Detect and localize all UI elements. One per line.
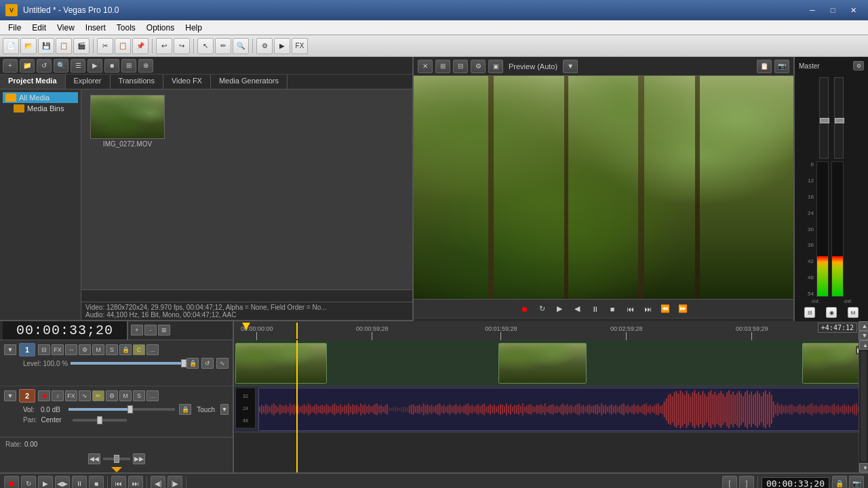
preview-mode-dropdown[interactable]: ▼ bbox=[563, 60, 578, 73]
transport-capture[interactable]: 📷 bbox=[849, 476, 864, 488]
media-item-1[interactable]: IMG_0272.MOV bbox=[87, 95, 168, 148]
track-1-fade[interactable]: ∿ bbox=[216, 358, 229, 369]
fx-button[interactable]: FX bbox=[292, 38, 308, 54]
new-button[interactable]: 📄 bbox=[3, 38, 19, 54]
track-1-level-slider[interactable] bbox=[71, 362, 184, 365]
preview-next-marker-btn[interactable]: ⏩ bbox=[675, 302, 690, 317]
transport-loop[interactable]: ↻ bbox=[21, 476, 36, 488]
track-1-level-lock[interactable]: 🔒 bbox=[186, 358, 199, 369]
track-2-monitor[interactable]: ♪ bbox=[52, 390, 64, 401]
preview-snap-btn[interactable]: 📷 bbox=[774, 60, 789, 73]
master-fader-right[interactable] bbox=[834, 77, 844, 159]
media-auto-btn[interactable]: ⊞ bbox=[121, 59, 136, 73]
tree-media-bins[interactable]: Media Bins bbox=[3, 103, 78, 114]
video-track-1[interactable]: ▶ bbox=[234, 340, 868, 386]
track-2-solo[interactable]: S bbox=[133, 390, 145, 401]
track-2-record[interactable]: ⏺ bbox=[38, 390, 50, 401]
track-1-composite[interactable]: C bbox=[133, 344, 145, 355]
track-2-pan-thumb[interactable] bbox=[97, 416, 102, 424]
menu-file[interactable]: File bbox=[3, 22, 26, 34]
track-2-pan-slider[interactable] bbox=[73, 419, 127, 422]
master-fader-knob-left[interactable] bbox=[820, 118, 829, 123]
transport-go-end[interactable]: ⏭ bbox=[128, 476, 143, 488]
menu-view[interactable]: View bbox=[52, 22, 80, 34]
tab-project-media[interactable]: Project Media bbox=[0, 75, 66, 89]
preview-header-btn-1[interactable]: ✕ bbox=[418, 60, 433, 73]
preview-pause-btn[interactable]: ⏸ bbox=[587, 302, 602, 317]
timeline-zoom-in[interactable]: + bbox=[131, 325, 143, 336]
touch-mode-dropdown[interactable]: ▼ bbox=[220, 404, 229, 415]
track-2-more[interactable]: … bbox=[146, 390, 159, 401]
vu-mono-btn[interactable]: ◉ bbox=[826, 307, 837, 318]
timeline-scroll-up[interactable]: ▲ bbox=[859, 321, 868, 331]
cut-button[interactable]: ✂ bbox=[97, 38, 113, 54]
transport-timecode-lock[interactable]: 🔒 bbox=[832, 476, 847, 488]
maximize-button[interactable]: □ bbox=[823, 3, 842, 17]
master-fader-knob-right[interactable] bbox=[835, 118, 844, 123]
vu-link-btn[interactable]: ⊟ bbox=[804, 307, 815, 318]
preview-play-rev-btn[interactable]: ◀ bbox=[570, 302, 585, 317]
preview-record-btn[interactable]: ⏺ bbox=[517, 302, 532, 317]
render2-button[interactable]: ▶ bbox=[274, 38, 290, 54]
track-1-lock[interactable]: 🔒 bbox=[119, 344, 132, 355]
transport-prev-frame[interactable]: ◀| bbox=[151, 476, 165, 488]
media-play-btn[interactable]: ▶ bbox=[87, 59, 102, 73]
track-2-vol-slider[interactable] bbox=[68, 408, 175, 411]
transport-play-sel[interactable]: ◀▶ bbox=[55, 476, 70, 488]
track-2-settings[interactable]: ⚙ bbox=[106, 390, 118, 401]
track-1-more[interactable]: … bbox=[146, 344, 159, 355]
tab-media-generators[interactable]: Media Generators bbox=[211, 75, 288, 89]
scroll-up-btn[interactable]: ▲ bbox=[859, 340, 868, 350]
track-1-level-reset[interactable]: ↺ bbox=[201, 358, 214, 369]
media-search-btn[interactable]: 🔍 bbox=[54, 59, 68, 73]
preview-fullscreen-btn[interactable]: ▣ bbox=[488, 60, 503, 73]
close-button[interactable]: ✕ bbox=[844, 3, 863, 17]
media-view-btn[interactable]: ☰ bbox=[71, 59, 85, 73]
redo-button[interactable]: ↪ bbox=[174, 38, 190, 54]
menu-insert[interactable]: Insert bbox=[80, 22, 111, 34]
vu-mute-btn[interactable]: M bbox=[848, 307, 859, 318]
tab-transitions[interactable]: Transitions bbox=[111, 75, 163, 89]
preview-loop-btn[interactable]: ↻ bbox=[534, 302, 549, 317]
minimize-button[interactable]: ─ bbox=[803, 3, 822, 17]
tree-all-media[interactable]: All Media bbox=[3, 92, 78, 103]
tab-explorer[interactable]: Explorer bbox=[66, 75, 111, 89]
paste-button[interactable]: 📌 bbox=[132, 38, 149, 54]
media-new-btn[interactable]: + bbox=[3, 59, 18, 73]
edit-tool[interactable]: ✏ bbox=[215, 38, 231, 54]
media-refresh-btn[interactable]: ↺ bbox=[37, 59, 52, 73]
timeline-scroll-down[interactable]: ▼ bbox=[859, 331, 868, 340]
render-button[interactable]: 🎬 bbox=[73, 38, 90, 54]
transport-loop-end[interactable]: ] bbox=[739, 476, 754, 488]
transport-go-start[interactable]: ⏮ bbox=[111, 476, 126, 488]
track-1-mute[interactable]: M bbox=[92, 344, 104, 355]
save-button[interactable]: 💾 bbox=[38, 38, 54, 54]
vertical-scrollbar[interactable]: ▲ ▼ bbox=[859, 340, 868, 472]
speed-rev[interactable]: ◀◀ bbox=[88, 453, 100, 464]
transport-next-frame[interactable]: |▶ bbox=[167, 476, 182, 488]
transport-pause[interactable]: ⏸ bbox=[72, 476, 87, 488]
undo-button[interactable]: ↩ bbox=[156, 38, 172, 54]
track-1-level-thumb[interactable] bbox=[181, 359, 186, 367]
track-2-expand[interactable]: ▼ bbox=[4, 390, 16, 401]
transport-stop[interactable]: ■ bbox=[89, 476, 104, 488]
track-2-envelope[interactable]: ∿ bbox=[79, 390, 91, 401]
scroll-down-btn[interactable]: ▼ bbox=[859, 463, 868, 472]
master-fader-left[interactable] bbox=[819, 77, 829, 159]
track-2-fx[interactable]: FX bbox=[65, 390, 77, 401]
timeline-ruler-area[interactable]: 00:00:00:00 00:00:59;28 00:01:59;28 00:0… bbox=[234, 321, 859, 340]
media-import-btn[interactable]: 📁 bbox=[20, 59, 35, 73]
open-button[interactable]: 📂 bbox=[20, 38, 37, 54]
preview-stop-btn[interactable]: ■ bbox=[605, 302, 620, 317]
copy-button[interactable]: 📋 bbox=[115, 38, 131, 54]
transport-timecode-field[interactable]: 00:00:33;20 bbox=[762, 477, 829, 489]
zoom-tool[interactable]: 🔍 bbox=[233, 38, 249, 54]
vu-settings-btn[interactable]: ⚙ bbox=[853, 61, 864, 70]
track-1-make-comp[interactable]: ⊟ bbox=[38, 344, 50, 355]
speed-fwd[interactable]: ▶▶ bbox=[133, 453, 145, 464]
preview-next-frame-btn[interactable]: ⏭ bbox=[640, 302, 655, 317]
media-stop-btn[interactable]: ■ bbox=[104, 59, 119, 73]
track-1-expand[interactable]: ▼ bbox=[4, 344, 16, 355]
video-clip-2[interactable] bbox=[498, 343, 587, 384]
track-2-edit[interactable]: ✏ bbox=[92, 390, 104, 401]
